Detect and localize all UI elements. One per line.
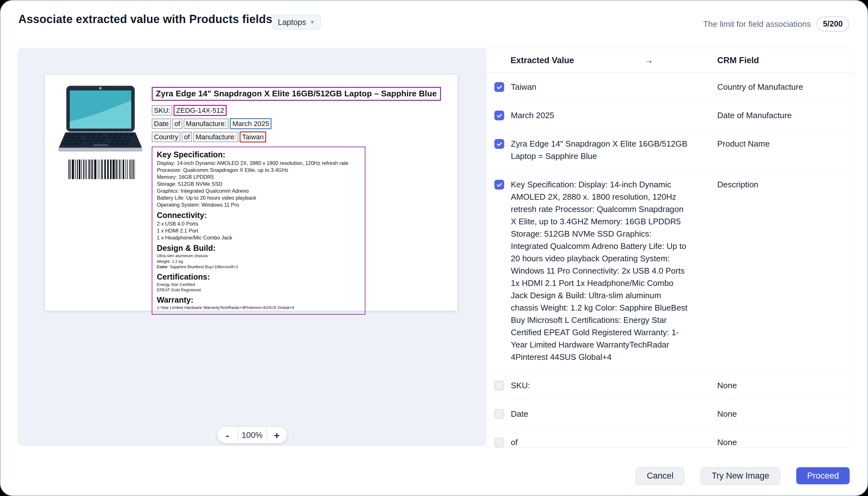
doc-word-box: Date [152, 119, 171, 129]
table-row: DateNone [486, 400, 853, 429]
extracted-value-text: Taiwan [511, 81, 689, 93]
doc-date-line: Date of Manufacture: March 2025 [152, 118, 446, 129]
doc-word-box: of [182, 132, 192, 142]
doc-spec-line: Operating System: Windows 11 Pro [157, 201, 360, 208]
document-text-column: Zyra Edge 14" Snapdragon X Elite 16GB/51… [152, 87, 446, 315]
doc-spec-line: 1 x Headphone/Mic Combo Jack [157, 234, 360, 241]
column-header-extracted-value: Extracted Value [511, 56, 574, 65]
doc-word-box: of [172, 119, 182, 129]
page-title: Associate extracted value with Products … [18, 13, 272, 26]
doc-sku-line: SKU: ZEDG-14X-512 [152, 105, 446, 116]
table-row: TaiwanCountry of Manufacture [486, 73, 853, 102]
chevron-down-icon: ▼ [310, 19, 315, 25]
doc-spec-line: Memory: 16GB LPDDR5 [157, 173, 360, 181]
row-checkbox[interactable] [494, 437, 504, 447]
doc-spec-line: 1-Year Limited Hardware WarrantyTechRada… [157, 305, 360, 311]
limit-label: The limit for field associations [703, 19, 811, 29]
document-page: Zyra Edge 14" Snapdragon X Elite 16GB/51… [45, 75, 457, 311]
crm-field-value[interactable]: Description [717, 179, 847, 191]
crm-field-value[interactable]: Product Name [717, 138, 847, 150]
crm-field-value[interactable]: None [717, 379, 847, 392]
crm-field-value[interactable]: Country of Manufacture [717, 81, 847, 93]
mapping-table-body: TaiwanCountry of ManufactureMarch 2025Da… [486, 73, 853, 448]
try-new-image-button[interactable]: Try New Image [700, 467, 780, 484]
doc-spec-line: Ultra-slim aluminum chassis [157, 253, 360, 259]
doc-section-heading: Certifications: [157, 272, 360, 281]
doc-sku-value-annotation: ZEDG-14X-512 [173, 105, 227, 116]
doc-country-value-annotation: Taiwan [240, 131, 266, 142]
laptop-product-image [56, 86, 145, 154]
module-selector-value: Laptops [278, 18, 306, 27]
doc-spec-line: Display: 14-inch Dynamic AMOLED 2X, 2880… [157, 159, 360, 167]
doc-word-box: Manufacture: [184, 119, 229, 129]
row-checkbox[interactable] [494, 381, 504, 390]
table-header: Extracted Value → CRM Field [486, 48, 853, 73]
table-row: Key Specification: Display: 14-inch Dyna… [486, 171, 853, 372]
zoom-in-button[interactable]: + [267, 427, 287, 443]
doc-spec-line: EPEAT Gold Registered [157, 287, 360, 293]
zoom-control: - 100% + [217, 427, 287, 443]
doc-spec-line: Energy Star Certified [157, 282, 360, 288]
field-mapping-table: Extracted Value → CRM Field TaiwanCountr… [486, 48, 853, 448]
doc-section-heading: Design & Build: [157, 243, 360, 253]
extracted-value-text: Zyra Edge 14" Snapdragon X Elite 16GB/51… [511, 138, 689, 162]
doc-word-box: Manufacture: [193, 132, 238, 142]
barcode-graphic [68, 159, 138, 179]
doc-spec-line: Battery Life: Up to 20 hours video playb… [157, 194, 360, 201]
extracted-value-text: March 2025 [511, 109, 689, 122]
modal-window: Associate extracted value with Products … [0, 0, 868, 496]
row-checkbox[interactable] [494, 409, 504, 419]
table-row: ofNone [486, 429, 853, 448]
doc-section-heading: Key Specification: [157, 150, 360, 159]
module-selector-dropdown[interactable]: Laptops ▼ [272, 15, 321, 30]
extracted-value-text: Date [511, 408, 689, 420]
doc-spec-line: Graphics: Integrated Qualcomm Adreno [157, 187, 360, 194]
doc-word-box: Country [152, 132, 181, 142]
doc-product-title-annotation: Zyra Edge 14" Snapdragon X Elite 16GB/51… [152, 87, 441, 101]
doc-country-line: Country of Manufacture: Taiwan [152, 131, 446, 142]
laptop-illustration-icon [56, 86, 145, 154]
table-row: SKU:None [486, 372, 853, 400]
limit-count-badge: 5/200 [817, 16, 849, 32]
column-header-crm-field: CRM Field [717, 56, 759, 65]
footer-actions: Cancel Try New Image Proceed [636, 467, 850, 484]
crm-field-value[interactable]: None [717, 436, 847, 448]
row-checkbox[interactable] [494, 139, 504, 149]
doc-spec-line: Color: Sapphire BlueBest Buy+1Microsoft+… [157, 264, 360, 270]
doc-spec-sections: Key Specification:Display: 14-inch Dynam… [152, 146, 365, 315]
row-checkbox[interactable] [494, 111, 504, 120]
row-checkbox[interactable] [494, 82, 504, 92]
extracted-value-text: SKU: [511, 379, 689, 392]
arrow-right-icon: → [644, 56, 653, 65]
crm-field-value[interactable]: None [717, 408, 847, 420]
doc-sku-label: SKU: [152, 105, 172, 115]
doc-date-value-annotation: March 2025 [230, 118, 272, 129]
table-row: March 2025Date of Manufacture [486, 102, 853, 130]
extracted-value-text: of [511, 436, 689, 448]
field-association-limit: The limit for field associations 5/200 [703, 16, 849, 32]
doc-spec-line: Storage: 512GB NVMe SSD [157, 181, 360, 187]
table-row: Zyra Edge 14" Snapdragon X Elite 16GB/51… [486, 130, 853, 171]
document-preview-panel: Zyra Edge 14" Snapdragon X Elite 16GB/51… [17, 48, 487, 446]
doc-section-heading: Warranty: [157, 295, 360, 305]
row-checkbox[interactable] [494, 180, 504, 189]
doc-spec-line: Processor: Qualcomm Snapdragon X Elite, … [157, 167, 360, 173]
doc-spec-line: Weight: 1.2 kg [157, 259, 360, 264]
doc-spec-line: 1 x HDMI 2.1 Port [157, 227, 360, 234]
cancel-button[interactable]: Cancel [636, 467, 684, 484]
zoom-out-button[interactable]: - [217, 427, 238, 443]
zoom-level: 100% [238, 427, 267, 443]
doc-section-heading: Connectivity: [157, 211, 360, 220]
crm-field-value[interactable]: Date of Manufacture [717, 109, 847, 122]
doc-spec-line: 2 x USB 4.0 Ports [157, 220, 360, 227]
proceed-button[interactable]: Proceed [796, 467, 850, 484]
extracted-value-text: Key Specification: Display: 14-inch Dyna… [511, 179, 689, 363]
